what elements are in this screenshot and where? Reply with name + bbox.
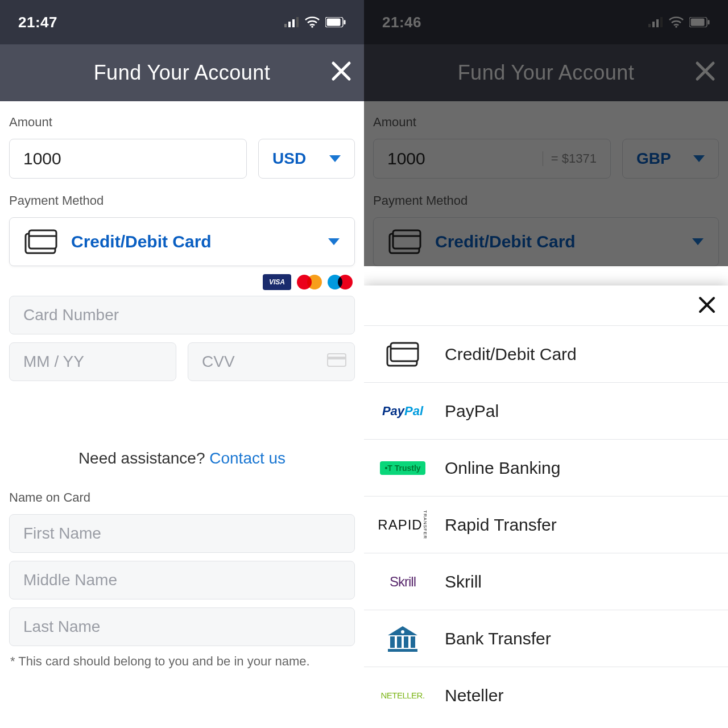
- card-number-placeholder: Card Number: [23, 306, 119, 324]
- amount-value: 1000: [387, 149, 425, 168]
- close-icon: [698, 296, 715, 313]
- status-icons: [284, 16, 346, 28]
- close-button[interactable]: [331, 60, 351, 85]
- currency-select[interactable]: USD: [258, 139, 355, 179]
- bank-icon: [375, 624, 430, 653]
- svg-rect-36: [404, 636, 408, 648]
- cvv-input[interactable]: CVV: [188, 342, 355, 381]
- currency-value: USD: [272, 150, 306, 168]
- payment-method-label: Payment Method: [9, 193, 355, 208]
- option-label: Bank Transfer: [445, 629, 551, 648]
- option-label: Credit/Debit Card: [445, 345, 577, 364]
- screen-payment-options: 21:46 Fund Your Account Amount 1000: [364, 0, 728, 728]
- svg-rect-26: [393, 230, 420, 249]
- svg-rect-22: [708, 20, 710, 24]
- svg-rect-11: [29, 230, 56, 249]
- option-online-banking[interactable]: •T Trustly Online Banking: [364, 439, 728, 496]
- card-number-input[interactable]: Card Number: [9, 296, 355, 334]
- status-time: 21:46: [382, 14, 421, 31]
- amount-value: 1000: [23, 149, 61, 168]
- svg-rect-14: [328, 357, 346, 359]
- payment-method-value: Credit/Debit Card: [435, 232, 576, 251]
- amount-input[interactable]: 1000 = $1371: [373, 139, 611, 179]
- page-title: Fund Your Account: [94, 61, 271, 85]
- rapid-transfer-icon: RAPIDTRANSFER: [375, 511, 430, 539]
- form-content: Amount 1000 = $1371 GBP Payment Method C…: [364, 101, 728, 266]
- chevron-down-icon: [328, 238, 340, 245]
- svg-rect-13: [328, 354, 346, 366]
- svg-point-4: [311, 26, 313, 28]
- svg-point-39: [401, 630, 404, 634]
- expiry-input[interactable]: MM / YY: [9, 342, 176, 381]
- svg-rect-17: [656, 19, 659, 27]
- wifi-icon: [305, 16, 320, 28]
- close-icon: [695, 61, 715, 81]
- payment-method-label: Payment Method: [373, 193, 719, 208]
- status-bar: 21:46: [364, 0, 728, 44]
- option-credit-card[interactable]: Credit/Debit Card: [364, 325, 728, 382]
- amount-input[interactable]: 1000: [9, 139, 247, 179]
- sheet-close-button[interactable]: [698, 294, 715, 317]
- svg-rect-38: [388, 649, 417, 652]
- option-label: Skrill: [445, 572, 482, 592]
- contact-us-link[interactable]: Contact us: [209, 449, 286, 467]
- payment-method-value: Credit/Debit Card: [71, 232, 212, 251]
- neteller-icon: NETELLER.: [375, 681, 430, 710]
- background-dimmed: 21:46 Fund Your Account Amount 1000: [364, 0, 728, 266]
- svg-rect-2: [292, 19, 295, 27]
- svg-rect-16: [652, 22, 655, 27]
- name-on-card-label: Name on Card: [9, 490, 355, 505]
- cvv-card-icon: [327, 353, 346, 371]
- credit-card-icon: [375, 340, 430, 369]
- svg-rect-15: [648, 24, 651, 27]
- currency-select[interactable]: GBP: [622, 139, 719, 179]
- trustly-icon: •T Trustly: [375, 454, 430, 482]
- last-name-input[interactable]: Last Name: [9, 607, 355, 646]
- wifi-icon: [669, 16, 684, 28]
- first-name-input[interactable]: First Name: [9, 514, 355, 553]
- option-skrill[interactable]: Skrill Skrill: [364, 553, 728, 610]
- svg-rect-37: [411, 636, 415, 648]
- title-bar: Fund Your Account: [0, 44, 364, 101]
- svg-rect-21: [691, 19, 705, 26]
- skrill-icon: Skrill: [375, 568, 430, 596]
- svg-rect-35: [397, 636, 402, 648]
- status-icons: [648, 16, 710, 28]
- middle-name-input[interactable]: Middle Name: [9, 561, 355, 599]
- option-neteller[interactable]: NETELLER. Neteller: [364, 667, 728, 723]
- amount-conversion: = $1371: [543, 151, 597, 166]
- option-label: Online Banking: [445, 458, 560, 478]
- option-label: Rapid Transfer: [445, 515, 557, 535]
- close-icon: [331, 61, 351, 81]
- paypal-icon: PayPal: [375, 397, 430, 425]
- battery-icon: [325, 17, 346, 27]
- card-ownership-footnote: * This card should belong to you and be …: [9, 654, 355, 669]
- option-paypal[interactable]: PayPal PayPal: [364, 382, 728, 439]
- chevron-down-icon: [329, 155, 341, 162]
- svg-rect-7: [344, 20, 346, 24]
- option-bank-transfer[interactable]: Bank Transfer: [364, 610, 728, 667]
- chevron-down-icon: [692, 238, 704, 245]
- option-rapid-transfer[interactable]: RAPIDTRANSFER Rapid Transfer: [364, 496, 728, 553]
- mastercard-icon: [297, 274, 322, 290]
- credit-card-icon: [24, 229, 57, 254]
- currency-value: GBP: [636, 150, 671, 168]
- chevron-down-icon: [693, 155, 705, 162]
- visa-icon: VISA: [263, 274, 291, 290]
- svg-rect-18: [660, 17, 663, 27]
- form-content: Amount 1000 USD Payment Method Credit/De…: [0, 101, 364, 669]
- page-title: Fund Your Account: [458, 61, 635, 85]
- option-label: Neteller: [445, 686, 503, 705]
- svg-rect-6: [327, 19, 341, 26]
- svg-rect-0: [284, 24, 287, 27]
- svg-point-19: [675, 26, 677, 28]
- svg-rect-1: [288, 22, 291, 27]
- screen-fund-form: 21:47 Fund Your Account Amount 1000 USD: [0, 0, 364, 728]
- cellular-icon: [284, 17, 299, 27]
- payment-method-select[interactable]: Credit/Debit Card: [373, 217, 719, 266]
- status-time: 21:47: [18, 14, 57, 31]
- payment-method-select[interactable]: Credit/Debit Card: [9, 217, 355, 266]
- close-button[interactable]: [695, 60, 715, 85]
- amount-label: Amount: [373, 115, 719, 130]
- cellular-icon: [648, 17, 663, 27]
